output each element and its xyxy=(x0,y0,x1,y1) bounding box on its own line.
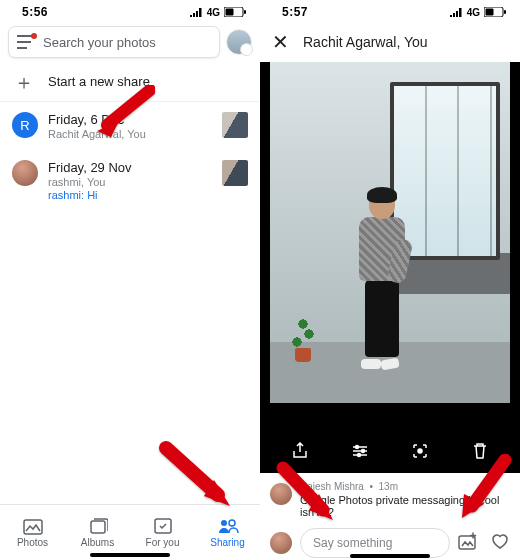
signal-icon xyxy=(189,7,203,17)
status-icons: 4G xyxy=(449,7,506,18)
battery-icon xyxy=(484,7,506,17)
add-photo-icon[interactable] xyxy=(458,532,478,554)
home-indicator xyxy=(90,553,170,557)
my-avatar xyxy=(270,532,292,554)
conversation-title: Friday, 6 Dec xyxy=(48,112,212,127)
svg-point-11 xyxy=(356,446,359,449)
photo-action-bar xyxy=(260,429,520,473)
start-new-share-label: Start a new share xyxy=(48,74,150,89)
comment-item: Rajesh Mishra • 13m Google Photos privat… xyxy=(260,473,520,522)
network-label: 4G xyxy=(467,7,480,18)
status-time: 5:56 xyxy=(22,5,48,19)
conversation-title: Rachit Agarwal, You xyxy=(303,34,428,50)
message-placeholder: Say something xyxy=(313,536,392,550)
avatar xyxy=(12,160,38,186)
search-row: Search your photos xyxy=(0,22,260,64)
tab-albums[interactable]: Albums xyxy=(65,505,130,560)
sharing-list-screen: 5:56 4G Search your photos ＋ Start a new… xyxy=(0,0,260,560)
svg-point-7 xyxy=(229,520,235,526)
tab-photos[interactable]: Photos xyxy=(0,505,65,560)
conversation-item[interactable]: Friday, 29 Nov rashmi, You rashmi: Hi xyxy=(0,150,260,211)
sharing-icon xyxy=(217,517,239,535)
home-indicator xyxy=(350,554,430,558)
account-avatar[interactable] xyxy=(226,29,252,55)
svg-point-6 xyxy=(221,520,227,526)
battery-icon xyxy=(224,7,246,17)
foryou-icon xyxy=(153,517,173,535)
conversation-title: Friday, 29 Nov xyxy=(48,160,212,175)
svg-rect-10 xyxy=(504,10,506,14)
conversation-preview: rashmi: Hi xyxy=(48,189,212,201)
signal-icon xyxy=(449,7,463,17)
conversation-members: rashmi, You xyxy=(48,176,212,188)
trash-icon[interactable] xyxy=(469,442,491,460)
svg-rect-1 xyxy=(226,9,234,16)
svg-rect-2 xyxy=(244,10,246,14)
conversation-detail-screen: 5:57 4G ✕ Rachit Agarwal, You xyxy=(260,0,520,560)
start-new-share-button[interactable]: ＋ Start a new share xyxy=(0,64,260,102)
comment-avatar xyxy=(270,483,292,505)
lens-icon[interactable] xyxy=(409,442,431,460)
status-icons: 4G xyxy=(189,7,246,18)
tune-icon[interactable] xyxy=(349,442,371,460)
search-input[interactable]: Search your photos xyxy=(8,26,220,58)
status-time: 5:57 xyxy=(282,5,308,19)
status-bar: 5:57 4G xyxy=(260,0,520,22)
svg-point-13 xyxy=(358,454,361,457)
search-placeholder: Search your photos xyxy=(43,35,156,50)
comment-text: Google Photos private messaging is cool … xyxy=(300,494,510,518)
conversation-item[interactable]: R Friday, 6 Dec Rachit Agarwal, You xyxy=(0,102,260,150)
svg-rect-3 xyxy=(24,520,42,534)
heart-icon[interactable] xyxy=(490,532,510,554)
status-bar: 5:56 4G xyxy=(0,0,260,22)
photos-icon xyxy=(23,517,43,535)
svg-rect-4 xyxy=(91,521,105,533)
menu-icon[interactable] xyxy=(17,35,35,49)
tab-for-you[interactable]: For you xyxy=(130,505,195,560)
conversation-thumbnail xyxy=(222,112,248,138)
comment-meta: Rajesh Mishra • 13m xyxy=(300,481,510,492)
bottom-tab-bar: Photos Albums For you Sharing xyxy=(0,504,260,560)
shared-photo-viewer xyxy=(260,62,520,473)
albums-icon xyxy=(88,517,108,535)
conversation-members: Rachit Agarwal, You xyxy=(48,128,212,140)
tab-sharing[interactable]: Sharing xyxy=(195,505,260,560)
svg-point-14 xyxy=(418,449,422,453)
shared-photo[interactable] xyxy=(270,62,510,403)
close-icon[interactable]: ✕ xyxy=(272,30,289,54)
svg-point-12 xyxy=(362,450,365,453)
share-icon[interactable] xyxy=(289,442,311,460)
network-label: 4G xyxy=(207,7,220,18)
svg-rect-9 xyxy=(486,9,494,16)
avatar-letter: R xyxy=(12,112,38,138)
conversation-header: ✕ Rachit Agarwal, You xyxy=(260,22,520,62)
conversation-thumbnail xyxy=(222,160,248,186)
